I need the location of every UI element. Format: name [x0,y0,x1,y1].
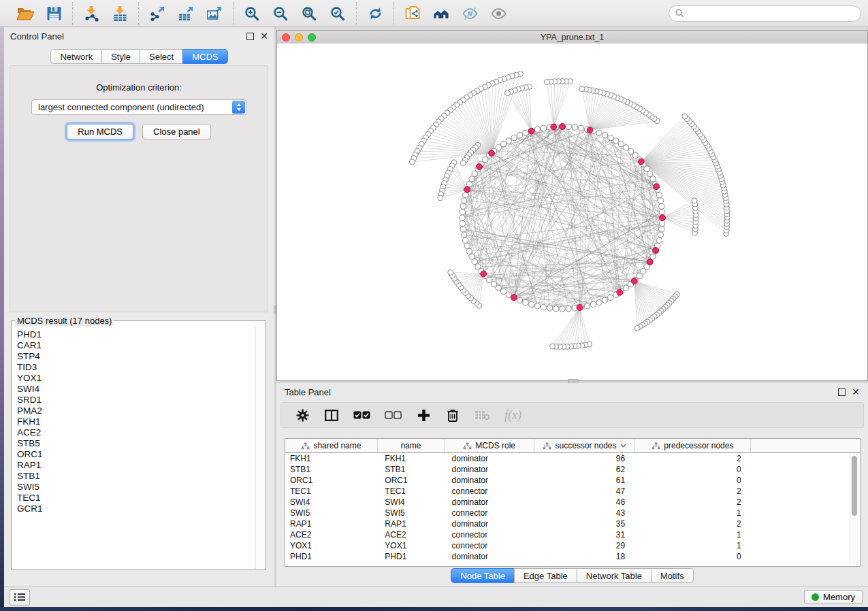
zoom-fit-icon[interactable] [298,3,320,24]
criterion-dropdown[interactable]: largest connected component (undirected) [31,99,246,115]
table-row[interactable]: RAP1RAP1dominator352 [285,518,860,529]
task-history-button[interactable] [10,589,30,606]
mcds-result-item[interactable]: TID3 [17,362,256,373]
zoom-selected-icon[interactable] [327,3,349,24]
clone-network-icon[interactable] [402,3,423,24]
table-cell: RAP1 [285,518,377,529]
mcds-result-item[interactable]: PHD1 [17,329,256,340]
network-window-titlebar: YPA_prune.txt_1 [277,31,867,44]
mcds-result-scrollbar[interactable] [255,327,265,569]
select-all-rows-icon[interactable] [353,411,370,419]
table-cell: ORC1 [285,475,377,486]
table-row[interactable]: STB1STB1dominator620 [285,464,860,475]
network-canvas[interactable] [277,44,867,380]
mcds-tab-content: Optimization criterion: largest connecte… [10,65,268,312]
dropdown-stepper-icon [232,101,245,114]
mcds-result-item[interactable]: TEC1 [17,493,256,503]
run-mcds-button[interactable]: Run MCDS [67,124,133,139]
column-header-MCDS-role[interactable]: MCDS role [445,439,534,453]
mcds-result-list[interactable]: PHD1CAR1STP4TID3YOX1SWI4SRD1PMA2FKH1ACE2… [12,327,256,569]
table-row[interactable]: SWI5SWI5connector431 [285,508,860,518]
table-toolbar: f(x) [280,402,864,428]
table-row[interactable]: PHD1PHD1dominator180 [285,551,860,562]
mcds-result-item[interactable]: SWI4 [17,384,256,395]
delete-column-icon[interactable] [445,408,460,422]
mcds-result-item[interactable]: ACE2 [17,427,256,438]
list-icon [14,593,25,601]
column-header-successor-nodes[interactable]: successor nodes [534,439,634,453]
mcds-result-item[interactable]: SWI5 [17,482,256,493]
hide-selected-icon[interactable] [459,3,481,24]
table-tab-node-table[interactable]: Node Table [451,568,515,583]
mcds-result-item[interactable]: PMA2 [17,406,256,416]
table-cell: dominator [445,464,534,475]
table-row[interactable]: ACE2ACE2connector311 [285,529,860,540]
mcds-result-box: MCDS result (17 nodes) PHD1CAR1STP4TID3Y… [11,316,266,570]
add-column-icon[interactable] [416,409,431,422]
table-cell: 1 [634,529,750,540]
search-field[interactable] [669,5,861,22]
zoom-out-icon[interactable] [270,3,291,24]
mcds-result-item[interactable]: STP4 [17,351,256,362]
toolbar-group [72,2,138,25]
table-panel-close-icon[interactable]: ✕ [852,389,860,395]
table-cell: 1 [634,508,750,518]
mcds-result-item[interactable]: ORC1 [17,449,256,460]
table-tab-network-table[interactable]: Network Table [577,568,652,583]
tab-network[interactable]: Network [50,49,102,64]
column-header-name[interactable]: name [377,439,444,453]
import-table-icon[interactable] [109,3,131,24]
zoom-in-icon[interactable] [241,3,263,24]
network-graph[interactable] [277,44,867,380]
mcds-result-item[interactable]: CAR1 [17,340,256,351]
export-network-icon[interactable] [146,3,168,24]
tab-mcds[interactable]: MCDS [182,49,227,64]
table-cell: connector [445,508,534,518]
table-cell: 18 [534,551,634,562]
deselect-all-rows-icon[interactable] [385,411,402,419]
save-session-icon[interactable] [43,3,65,24]
control-panel: Control Panel ✕ NetworkStyleSelectMCDS O… [4,27,274,587]
table-cell: dominator [445,475,534,486]
table-scrollbar[interactable] [850,453,859,565]
table-tab-motifs[interactable]: Motifs [651,568,694,583]
column-header-predecessor-nodes[interactable]: predecessor nodes [634,439,750,453]
mcds-result-item[interactable]: GCR1 [17,503,256,514]
table-row[interactable]: FKH1FKH1dominator962 [285,453,860,465]
table-cell: 31 [534,529,634,540]
column-header-filler [751,439,860,453]
memory-button[interactable]: Memory [804,590,863,604]
table-cell: 61 [534,475,634,486]
first-neighbors-icon[interactable] [430,3,452,24]
column-header-shared-name[interactable]: shared name [285,439,377,453]
mcds-result-item[interactable]: SRD1 [17,395,256,406]
open-file-icon[interactable] [14,3,36,24]
mcds-result-item[interactable]: FKH1 [17,416,256,427]
split-table-view-icon[interactable] [324,410,339,421]
network-window-title: YPA_prune.txt_1 [277,33,867,42]
mcds-result-item[interactable]: YOX1 [17,373,256,384]
export-table-icon[interactable] [175,3,197,24]
import-network-icon[interactable] [80,3,102,24]
tab-select[interactable]: Select [140,49,183,64]
table-row[interactable]: SWI4SWI4dominator462 [285,497,860,508]
search-input[interactable] [688,7,854,19]
table-row[interactable]: YOX1YOX1connector291 [285,540,860,551]
export-image-icon[interactable] [204,3,225,24]
show-all-icon[interactable] [487,3,509,24]
mcds-result-item[interactable]: STB1 [17,471,256,482]
table-row[interactable]: ORC1ORC1dominator610 [285,475,860,486]
close-panel-button[interactable]: Close panel [142,124,211,139]
apply-layout-icon[interactable] [364,3,386,24]
table-scrollbar-thumb[interactable] [852,456,857,516]
table-panel-float-icon[interactable] [838,389,846,396]
mcds-result-item[interactable]: STB5 [17,438,256,449]
table-tab-edge-table[interactable]: Edge Table [514,568,577,583]
table-settings-gear-icon[interactable] [295,408,310,423]
mcds-result-item[interactable]: RAP1 [17,460,256,471]
table-row[interactable]: TEC1TEC1connector472 [285,486,860,497]
tab-style[interactable]: Style [101,49,140,64]
control-panel-float-icon[interactable] [246,33,254,40]
control-panel-close-icon[interactable]: ✕ [260,33,268,39]
table-cell [751,497,860,508]
